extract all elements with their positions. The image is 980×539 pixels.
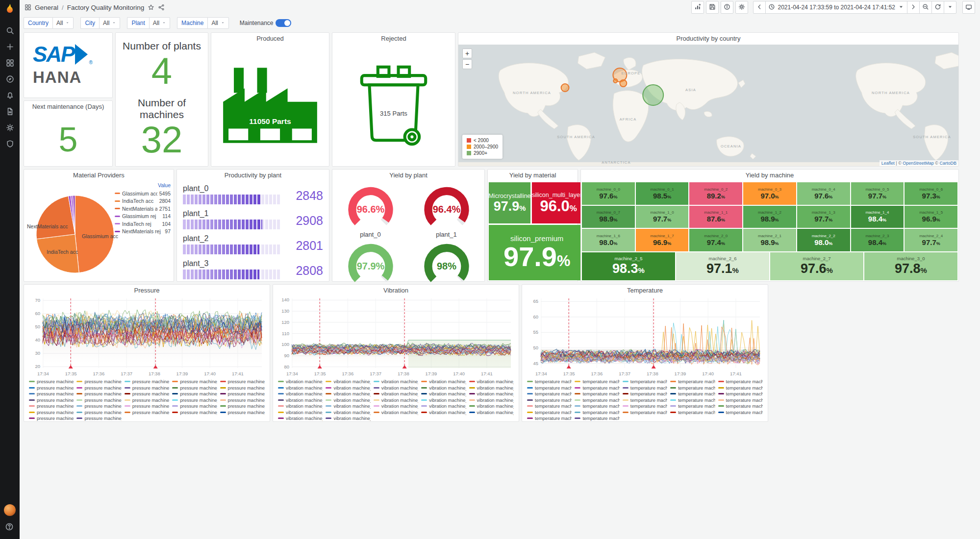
- legend-item[interactable]: pressure machine_1_6: [220, 391, 265, 397]
- legend-row[interactable]: Glassimium rej114: [115, 213, 171, 220]
- maintenance-toggle[interactable]: [276, 19, 291, 27]
- legend-item[interactable]: vibration machine_0_1: [326, 379, 370, 385]
- legend-item[interactable]: pressure machine_3_0: [220, 403, 265, 409]
- legend-item[interactable]: temperature machine_2_2: [670, 397, 715, 403]
- legend-item[interactable]: temperature machine_1_2: [527, 391, 572, 397]
- legend-item[interactable]: temperature machine_2_4: [527, 403, 572, 409]
- legend-item[interactable]: pressure machine_3_7: [76, 416, 121, 421]
- treemap-cell[interactable]: machine_0_198.5%: [636, 182, 689, 205]
- treemap-cell[interactable]: machine_0_697.3%: [905, 182, 957, 205]
- treemap-cell[interactable]: silicon_multi_layers96.0%: [532, 182, 585, 223]
- dashboards-icon[interactable]: [25, 4, 31, 11]
- legend-item[interactable]: pressure machine_1_0: [172, 385, 217, 391]
- legend-item[interactable]: temperature machine_2_7: [670, 403, 715, 409]
- legend-item[interactable]: vibration machine_3_5: [469, 410, 514, 416]
- treemap-cell[interactable]: machine_2_398.4%: [851, 229, 904, 251]
- legend-item[interactable]: pressure machine_3_3: [125, 410, 169, 416]
- legend-item[interactable]: vibration machine_1_0: [421, 385, 466, 391]
- legend-row[interactable]: IndiaTech rej104: [115, 220, 171, 228]
- legend-item[interactable]: vibration machine_0_5: [278, 385, 323, 391]
- legend-row[interactable]: NextMaterials rej97: [115, 228, 171, 236]
- compass-icon[interactable]: [4, 74, 15, 84]
- treemap-cell[interactable]: machine_3_097.8%: [864, 252, 957, 280]
- treemap-cell[interactable]: machine_1_498.4%: [851, 206, 904, 228]
- legend-item[interactable]: temperature machine_2_6: [623, 403, 667, 409]
- treemap-cell[interactable]: machine_2_097.4%: [689, 229, 742, 251]
- legend-item[interactable]: pressure machine_2_0: [76, 397, 121, 403]
- refresh-button[interactable]: [931, 1, 944, 14]
- map-zoom-out-button[interactable]: −: [462, 59, 472, 69]
- legend-item[interactable]: vibration machine_1_6: [469, 391, 514, 397]
- treemap-cell[interactable]: machine_1_796.9%: [636, 229, 689, 251]
- legend-item[interactable]: pressure machine_0_3: [172, 379, 217, 385]
- legend-item[interactable]: temperature machine_3_6: [527, 416, 572, 421]
- dashboard-settings-button[interactable]: [735, 1, 748, 14]
- panel-title[interactable]: Temperature: [522, 285, 768, 296]
- treemap-cell[interactable]: machine_0_397.0%: [743, 182, 796, 205]
- legend-item[interactable]: vibration machine_2_2: [421, 397, 466, 403]
- dashboard-insights-button[interactable]: [721, 1, 733, 14]
- treemap-cell[interactable]: machine_2_497.7%: [905, 229, 957, 251]
- breadcrumb-title[interactable]: Factory Quality Monitoring: [67, 4, 145, 11]
- legend-item[interactable]: vibration machine_1_4: [374, 391, 418, 397]
- legend-item[interactable]: pressure machine_1_7: [29, 397, 74, 403]
- legend-item[interactable]: pressure machine_0_7: [125, 385, 169, 391]
- legend-item[interactable]: pressure machine_0_4: [220, 379, 265, 385]
- star-icon[interactable]: [148, 4, 154, 11]
- panel-title[interactable]: Productivity by country: [458, 33, 958, 45]
- legend-item[interactable]: vibration machine_2_1: [374, 397, 418, 403]
- treemap-cell[interactable]: machine_2_797.6%: [770, 252, 863, 280]
- legend-item[interactable]: temperature machine_3_4: [670, 410, 715, 416]
- legend-item[interactable]: temperature machine_3_5: [718, 410, 763, 416]
- user-avatar[interactable]: [4, 504, 16, 516]
- legend-item[interactable]: temperature machine_0_3: [670, 379, 715, 385]
- grafana-logo[interactable]: [4, 3, 16, 15]
- var-country-select[interactable]: All: [52, 17, 74, 29]
- legend-item[interactable]: vibration machine_0_7: [374, 385, 418, 391]
- legend-item[interactable]: temperature machine_1_6: [718, 391, 763, 397]
- map-data-circle[interactable]: [561, 84, 569, 92]
- cycle-view-button[interactable]: [962, 1, 975, 14]
- legend-item[interactable]: pressure machine_3_6: [29, 416, 74, 421]
- zoom-out-button[interactable]: [919, 1, 932, 14]
- legend-row[interactable]: NextMaterials acc2751: [115, 205, 171, 213]
- legend-item[interactable]: vibration machine_0_6: [326, 385, 370, 391]
- legend-item[interactable]: pressure machine_1_3: [76, 391, 121, 397]
- bell-icon[interactable]: [4, 90, 15, 100]
- treemap-cell[interactable]: machine_2_697.1%: [676, 252, 769, 280]
- temperature-chart[interactable]: 6560555045: [526, 296, 764, 371]
- legend-item[interactable]: temperature machine_3_1: [527, 410, 572, 416]
- panel-title[interactable]: Rejected: [332, 33, 455, 45]
- legend-item[interactable]: vibration machine_3_3: [374, 410, 418, 416]
- legend-item[interactable]: temperature machine_1_3: [575, 391, 619, 397]
- legend-item[interactable]: vibration machine_2_4: [278, 403, 323, 409]
- treemap-cell[interactable]: machine_1_397.7%: [797, 206, 850, 228]
- treemap-cell[interactable]: machine_0_597.7%: [851, 182, 904, 205]
- treemap-cell[interactable]: machine_1_187.6%: [689, 206, 742, 228]
- time-back-button[interactable]: [753, 1, 766, 14]
- treemap-cell[interactable]: machine_2_598.3%: [582, 252, 675, 280]
- panel-title[interactable]: Material Providers: [24, 170, 174, 181]
- treemap-cell[interactable]: machine_1_698.0%: [582, 229, 635, 251]
- legend-item[interactable]: temperature machine_2_0: [575, 397, 619, 403]
- legend-item[interactable]: vibration machine_3_6: [278, 416, 323, 421]
- legend-item[interactable]: pressure machine_2_4: [29, 403, 74, 409]
- treemap-cell[interactable]: machine_2_298.0%: [797, 229, 850, 251]
- refresh-interval-dropdown[interactable]: [944, 1, 956, 14]
- legend-item[interactable]: temperature machine_0_5: [527, 385, 572, 391]
- attribution-link[interactable]: OpenStreetMap: [903, 161, 934, 166]
- legend-item[interactable]: vibration machine_1_2: [278, 391, 323, 397]
- help-icon[interactable]: [5, 522, 15, 532]
- legend-item[interactable]: vibration machine_3_7: [326, 416, 370, 421]
- treemap-cell[interactable]: Microcrystalline97.9%: [489, 182, 530, 223]
- legend-item[interactable]: temperature machine_2_1: [623, 397, 667, 403]
- legend-item[interactable]: temperature machine_0_1: [575, 379, 619, 385]
- legend-item[interactable]: vibration machine_1_3: [326, 391, 370, 397]
- treemap-cell[interactable]: machine_0_497.6%: [797, 182, 850, 205]
- treemap-cell[interactable]: machine_1_596.9%: [905, 206, 957, 228]
- legend-item[interactable]: temperature machine_0_6: [575, 385, 619, 391]
- legend-item[interactable]: pressure machine_0_5: [29, 385, 74, 391]
- time-range-picker[interactable]: 2021-04-24 17:33:59 to 2021-04-24 17:41:…: [765, 1, 907, 14]
- legend-item[interactable]: pressure machine_3_1: [29, 410, 74, 416]
- legend-item[interactable]: pressure machine_0_2: [125, 379, 169, 385]
